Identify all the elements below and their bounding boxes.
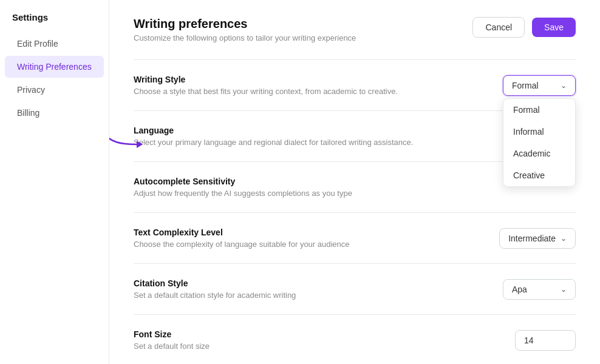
cancel-button[interactable]: Cancel — [472, 17, 525, 38]
text-complexity-section: Text Complexity Level Choose the complex… — [134, 212, 576, 263]
font-size-info: Font Size Set a default font size — [134, 329, 210, 351]
writing-style-desc: Choose a style that best fits your writi… — [134, 87, 398, 96]
autocomplete-label: Autocomplete Sensitivity — [134, 177, 352, 186]
autocomplete-desc: Adjust how frequently the AI suggests co… — [134, 189, 352, 198]
option-formal[interactable]: Formal — [503, 99, 575, 121]
sidebar-title: Settings — [0, 12, 109, 32]
font-size-desc: Set a default font size — [134, 342, 210, 351]
text-complexity-dropdown[interactable]: Intermediate ⌄ — [499, 228, 576, 249]
text-complexity-value: Intermediate — [508, 234, 556, 243]
citation-style-desc: Set a default citation style for academi… — [134, 291, 296, 300]
header-text: Writing preferences Customize the follow… — [134, 17, 356, 42]
writing-style-info: Writing Style Choose a style that best f… — [134, 75, 398, 96]
citation-style-value: Apa — [512, 285, 527, 294]
page-title: Writing preferences — [134, 17, 356, 31]
chevron-down-icon: ⌄ — [561, 285, 567, 294]
writing-style-dropdown-wrapper: Formal ⌄ Formal Informal Academic Creati… — [503, 75, 576, 96]
writing-style-label: Writing Style — [134, 75, 398, 84]
option-informal[interactable]: Informal — [503, 121, 575, 143]
sidebar-item-edit-profile[interactable]: Edit Profile — [5, 33, 104, 55]
chevron-down-icon: ⌄ — [561, 234, 567, 243]
chevron-down-icon: ⌄ — [561, 81, 567, 90]
language-desc: Select your primary language and regiona… — [134, 138, 413, 147]
font-size-label: Font Size — [134, 329, 210, 339]
text-complexity-desc: Choose the complexity of language suitab… — [134, 240, 350, 249]
writing-style-dropdown[interactable]: Formal ⌄ — [503, 75, 576, 96]
sidebar-item-writing-preferences[interactable]: Writing Preferences — [5, 56, 104, 78]
language-label: Language — [134, 126, 413, 135]
sidebar-item-billing[interactable]: Billing — [5, 102, 104, 124]
text-complexity-label: Text Complexity Level — [134, 228, 350, 237]
font-size-input[interactable] — [515, 330, 576, 351]
option-academic[interactable]: Academic — [503, 143, 575, 164]
writing-style-value: Formal — [512, 81, 539, 90]
page-header: Writing preferences Customize the follow… — [134, 17, 576, 42]
font-size-section: Font Size Set a default font size — [134, 314, 576, 364]
language-info: Language Select your primary language an… — [134, 126, 413, 147]
option-creative[interactable]: Creative — [503, 164, 575, 186]
citation-style-info: Citation Style Set a default citation st… — [134, 278, 296, 300]
page-subtitle: Customize the following options to tailo… — [134, 33, 356, 42]
citation-style-section: Citation Style Set a default citation st… — [134, 263, 576, 314]
text-complexity-dropdown-wrapper: Intermediate ⌄ — [499, 228, 576, 249]
citation-style-dropdown[interactable]: Apa ⌄ — [503, 279, 576, 300]
main-content: Writing preferences Customize the follow… — [109, 0, 600, 364]
writing-style-section: Writing Style Choose a style that best f… — [134, 59, 576, 110]
citation-style-dropdown-wrapper: Apa ⌄ — [503, 279, 576, 300]
autocomplete-info: Autocomplete Sensitivity Adjust how freq… — [134, 177, 352, 198]
text-complexity-info: Text Complexity Level Choose the complex… — [134, 228, 350, 249]
writing-style-dropdown-menu: Formal Informal Academic Creative — [503, 98, 576, 187]
sidebar: Settings Edit Profile Writing Preference… — [0, 0, 109, 364]
sidebar-item-privacy[interactable]: Privacy — [5, 79, 104, 101]
save-button[interactable]: Save — [532, 18, 576, 37]
header-actions: Cancel Save — [472, 17, 576, 38]
citation-style-label: Citation Style — [134, 278, 296, 288]
